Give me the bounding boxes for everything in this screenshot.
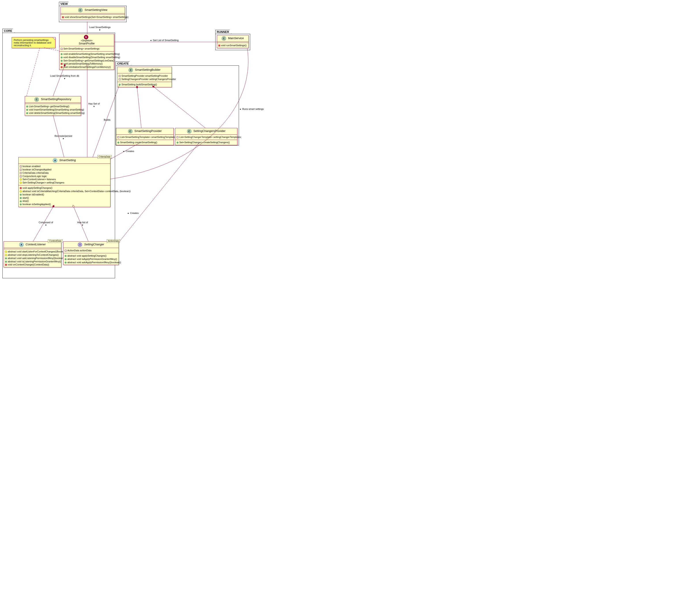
method: void runSmartSettings() <box>221 44 247 47</box>
label-runs: ◂ Runs smart settings <box>240 108 264 111</box>
class-name: SettingChanger <box>84 243 104 246</box>
class-badge-icon: C <box>78 8 83 12</box>
class-badge-icon: C <box>34 97 39 102</box>
class-badge-icon: S <box>84 35 88 39</box>
note-text: Perform persisting smartsettings meta in… <box>14 39 51 47</box>
label-get-list: ◂ Get List of SmartSetting <box>150 39 179 42</box>
method: void insertSmartSetting(SmartSetting sma… <box>29 108 84 111</box>
class-badge-icon: C <box>222 36 226 41</box>
class-smartprofile: S «Singleton» SmartProfile Set<SmartSett… <box>59 34 114 70</box>
class-badge-icon: C <box>128 129 133 133</box>
class-badge-icon: C <box>129 68 133 72</box>
class-settingchanger: ActionData I SettingChanger ActionData a… <box>63 241 119 265</box>
method: void applySettingChanges() <box>22 187 52 189</box>
field: Set<ContextListener> listeners <box>22 178 56 181</box>
class-name: SmartSettingProvider <box>135 129 162 133</box>
stereotype: «Singleton» <box>61 39 112 42</box>
method: SmartSetting createSmartSetting() <box>120 141 157 144</box>
label-composed-of: Composed of▾ <box>38 221 53 226</box>
method: void disableSmartSetting(SmartSetting sm… <box>63 56 120 59</box>
field: Set<SettingChanger> settingChangers <box>22 181 64 184</box>
package-create-label: CREATE <box>116 61 131 65</box>
method: void persistSmartSettingToMemory() <box>63 62 103 65</box>
label-recreate: Recreate/persist▾ <box>55 135 72 140</box>
class-settingchangersprovider: C SettingChangersProvider List<SettingCh… <box>175 128 237 145</box>
method: boolean isSettingApplied() <box>22 203 51 206</box>
class-badge-icon: C <box>187 129 191 133</box>
method: abstract void startListenForContextChang… <box>8 250 67 253</box>
field: List<SmartSettingTemplate> smartSettingT… <box>120 136 177 138</box>
class-name: SmartSetting <box>59 158 76 162</box>
class-badge-icon: A <box>19 243 24 247</box>
method: void showSmartSettings(Set<SmartSetting>… <box>65 16 129 18</box>
class-smartsetting: CriteriaData A SmartSetting boolean enab… <box>18 157 110 207</box>
class-name: SmartProfile <box>79 42 95 45</box>
method: abstract void askApplyPermissionIfAny((b… <box>67 261 121 264</box>
class-smartsettingview: C SmartSettingView void showSmartSetting… <box>61 7 125 20</box>
method: abstract void isListeningPermissionGrant… <box>8 260 61 263</box>
class-mainservice: C MainService void runSmartSettings() <box>217 35 249 48</box>
method: abstract void isApplyPermissionGranterIf… <box>67 258 117 260</box>
package-core-label: CORE <box>2 29 15 33</box>
note-persist: Perform persisting smartsettings meta in… <box>12 37 56 48</box>
method: void enableSmartSetting(SmartSetting sma… <box>63 53 120 55</box>
class-smartsettingrepository: C SmartSettingRepository List<SmartSetti… <box>25 96 81 116</box>
method: start() <box>22 196 29 199</box>
class-smartsettingbuilder: C SmartSettingBuilder SmartSettingProvid… <box>117 67 172 87</box>
class-name: SmartSettingBuilder <box>135 68 161 71</box>
method: abstract void stopListeningToContextChan… <box>8 254 59 256</box>
label-has-set: Has Set of▾ <box>88 102 99 108</box>
field: ActionData actionData <box>67 249 91 252</box>
field: List<SettingChangerTemplate> settingChan… <box>179 136 242 138</box>
package-view-label: VIEW <box>59 2 70 6</box>
class-name: ContextListener <box>26 243 46 246</box>
class-name: MainService <box>228 37 244 40</box>
method: abstract void applySettingChanges() <box>67 254 106 257</box>
label-load-db: Load SmartSetting from db▾ <box>50 74 79 80</box>
svg-line-7 <box>118 143 199 243</box>
method: List<SmartSetting> getSmartSetting() <box>29 105 69 108</box>
label-load-smartsettings: Load SmartSettings▾ <box>89 26 110 31</box>
class-name: SmartSettingRepository <box>41 97 71 101</box>
method: Set<SettingChanger> createSettingChanger… <box>179 141 230 144</box>
class-smartsettingprovider: C SmartSettingProvider List<SmartSetting… <box>116 128 174 145</box>
method: void deleteSmartSetting(SmartSetting sma… <box>29 112 85 114</box>
method: boolean isEnabled() <box>22 193 44 196</box>
label-creates2: ◂ Creates <box>128 212 139 215</box>
field: SmartSettingProvider smartSettingProvide… <box>122 74 168 77</box>
label-creates1: ◂ Creates <box>123 150 134 153</box>
label-has-list-of: Has list of▾ <box>77 221 88 226</box>
class-name: SmartSettingView <box>85 8 107 11</box>
method: SmartSetting buildSmartSetting() <box>122 83 157 86</box>
field: Set<SmartSetting> smartSettings <box>63 47 99 50</box>
field: boolean isChangesApplied <box>22 168 52 171</box>
class-badge-icon: I <box>78 243 82 247</box>
class-badge-icon: A <box>53 158 57 163</box>
label-builds: Builds <box>104 119 110 121</box>
field: boolean enabled <box>22 165 41 168</box>
method: stop() <box>22 200 29 202</box>
method: Set<SmartSetting> getSmartSettingsLiveDa… <box>63 59 114 62</box>
method: void reInitializeSmartSettingsFromMemory… <box>63 66 111 68</box>
method: void onContextChange((ContextData)) <box>8 263 49 266</box>
field: SettingChangersProvider settingChangersP… <box>122 78 176 80</box>
method: abstract void askListeningPermissionIfAn… <box>8 257 65 259</box>
class-name: SettingChangersProvider <box>193 129 225 133</box>
package-runner-label: RUNNER <box>215 30 232 34</box>
method: abstract void isCriteriaMatching(Criteri… <box>22 190 131 193</box>
field: CriteriaData criteriaData <box>22 172 49 174</box>
field: ConjunctionLogic logic <box>22 175 47 178</box>
class-contextlistener: ContextData A ContextListener abstract v… <box>4 241 61 267</box>
